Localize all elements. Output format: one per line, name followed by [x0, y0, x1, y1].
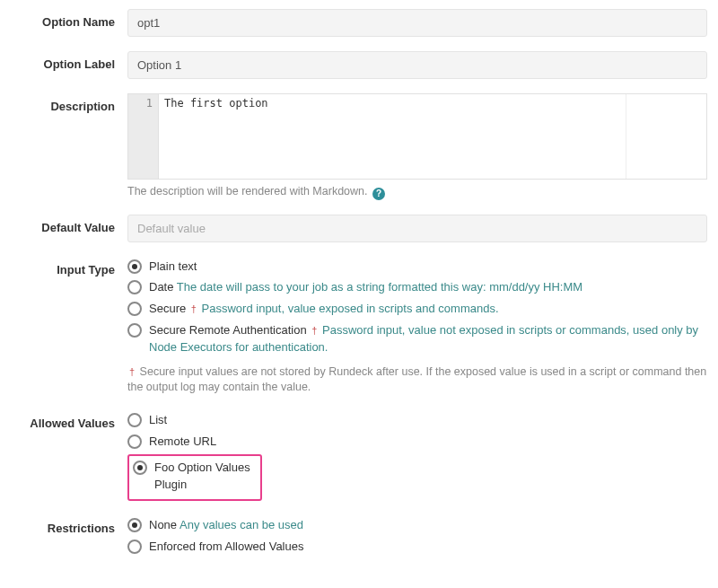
description-editor[interactable]: 1 The first option: [127, 93, 707, 180]
description-hint: The description will be rendered with Ma…: [127, 185, 707, 200]
radio-icon[interactable]: [127, 323, 142, 338]
radio-helper: The date will pass to your job as a stri…: [177, 280, 582, 294]
radio-icon[interactable]: [127, 434, 142, 449]
allowed-values-plugin-highlight: Foo Option Values Plugin: [127, 454, 262, 501]
label-default-value: Default Value: [11, 215, 127, 234]
radio-helper: Password input, value exposed in scripts…: [202, 302, 499, 315]
radio-label: Enforced from Allowed Values: [149, 539, 303, 556]
editor-line-number: 1: [146, 97, 153, 110]
radio-label: Date: [149, 280, 173, 294]
default-value-input[interactable]: [127, 215, 707, 242]
label-input-type: Input Type: [11, 257, 127, 276]
option-label-input[interactable]: [127, 51, 707, 79]
radio-label: Foo Option Values Plugin: [154, 460, 253, 494]
restrictions-none[interactable]: None Any values can be used: [127, 515, 707, 537]
radio-label: Plain text: [149, 259, 197, 276]
label-allowed-values: Allowed Values: [11, 410, 127, 430]
radio-helper: Any values can be used: [180, 518, 303, 531]
dagger-icon: †: [189, 303, 198, 314]
radio-label: Secure: [149, 302, 186, 315]
radio-icon[interactable]: [127, 259, 142, 274]
input-type-plain[interactable]: Plain text: [127, 257, 707, 278]
row-input-type: Input Type Plain text Date The date will…: [11, 257, 707, 396]
editor-gutter: 1: [128, 94, 159, 179]
input-type-secure[interactable]: Secure † Password input, value exposed i…: [127, 299, 707, 320]
row-allowed-values: Allowed Values List Remote URL Foo Optio…: [11, 410, 707, 501]
radio-label: Secure Remote Authentication: [149, 323, 307, 337]
row-restrictions: Restrictions None Any values can be used…: [11, 515, 707, 558]
help-icon[interactable]: ?: [372, 188, 385, 200]
allowed-values-plugin[interactable]: Foo Option Values Plugin: [133, 460, 253, 494]
row-option-name: Option Name: [11, 9, 707, 37]
radio-label: List: [149, 412, 167, 429]
label-restrictions: Restrictions: [11, 515, 127, 535]
label-description: Description: [11, 93, 127, 113]
allowed-values-list[interactable]: List: [127, 410, 707, 432]
dagger-icon: †: [310, 325, 319, 336]
restrictions-enforced[interactable]: Enforced from Allowed Values: [127, 537, 707, 558]
description-hint-text: The description will be rendered with Ma…: [127, 185, 368, 197]
editor-right-margin: [626, 94, 706, 179]
radio-label: Remote URL: [149, 434, 216, 451]
input-type-footnote: † Secure input values are not stored by …: [127, 364, 707, 396]
row-default-value: Default Value: [11, 215, 707, 242]
radio-icon[interactable]: [133, 461, 147, 475]
dagger-icon: †: [127, 366, 136, 377]
radio-icon[interactable]: [127, 413, 142, 427]
radio-label: None: [149, 518, 177, 531]
radio-icon[interactable]: [127, 302, 142, 316]
editor-content[interactable]: The first option: [159, 94, 626, 179]
label-option-name: Option Name: [11, 9, 127, 29]
radio-icon[interactable]: [127, 280, 142, 294]
radio-icon[interactable]: [127, 540, 142, 554]
row-description: Description 1 The first option The descr…: [11, 93, 707, 200]
input-type-date[interactable]: Date The date will pass to your job as a…: [127, 277, 707, 299]
label-option-label: Option Label: [11, 51, 127, 71]
radio-icon[interactable]: [127, 518, 142, 532]
option-name-input[interactable]: [127, 9, 707, 37]
editor-text: The first option: [164, 97, 268, 110]
input-type-secure-remote[interactable]: Secure Remote Authentication † Password …: [127, 320, 707, 359]
row-option-label: Option Label: [11, 51, 707, 79]
footnote-text: Secure input values are not stored by Ru…: [127, 365, 706, 394]
allowed-values-remote-url[interactable]: Remote URL: [127, 432, 707, 453]
